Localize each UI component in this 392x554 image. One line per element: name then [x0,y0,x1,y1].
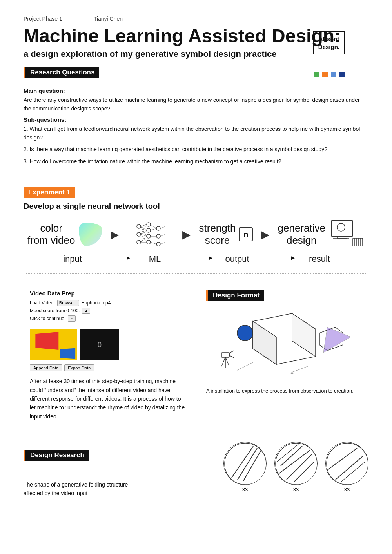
experiment1-title: Develop a single neural network tool [24,202,368,211]
svg-rect-61 [275,442,318,485]
svg-rect-35 [353,238,363,246]
click-continue-row: Click to continue: ↑ [30,315,186,322]
svg-line-15 [141,226,147,230]
flow-step-strength: strengthscore n [199,222,253,246]
svg-point-9 [147,234,151,238]
circles-row: 33 [223,442,368,492]
flow-step-color: colorfrom video [27,222,102,246]
svg-line-30 [160,242,165,244]
svg-point-7 [147,223,151,226]
svg-rect-0 [314,72,319,77]
flow-ml-label: ML [129,254,180,264]
experiment1-header: Experiment 1 [24,187,75,198]
research-questions-block: Main question: Are there any constructiv… [24,87,368,166]
circle-item-1: 33 [223,442,267,492]
video-data-prep-panel: Video Data Prep Load Video: Browse... Eu… [24,284,192,430]
color-dots [314,72,345,77]
top-meta: Project Phase 1 Tianyi Chen [24,16,368,22]
svg-rect-31 [331,221,353,236]
svg-point-34 [337,223,345,231]
generative-design-icon [329,219,365,250]
circle-item-2: 33 [274,442,318,492]
zero-value: 0 [98,341,102,349]
continue-button[interactable]: ↑ [68,315,76,322]
flow-result-label: result [294,254,345,264]
divider-2 [24,273,368,274]
mood-score-row: Mood score from 0-100: ▲ [30,308,186,314]
svg-line-48 [221,357,225,366]
svg-rect-55 [224,442,267,485]
main-question-label: Main question: [24,87,368,94]
video-caption: After at lease 30 times of this step-by-… [30,377,186,421]
arrow-3-icon: ▶ [261,228,270,241]
svg-line-17 [141,224,147,234]
orange-dot-icon [322,72,328,77]
svg-point-11 [156,226,160,230]
arrow-line-3 [267,259,290,259]
logo-line2: Design. [318,43,339,50]
author-label: Tianyi Chen [94,16,123,22]
svg-line-26 [151,236,156,242]
svg-rect-46 [221,353,229,357]
video-thumb-yellow [30,329,77,360]
sub-question-2: 2. Is there a way that machine learning … [24,145,368,154]
svg-rect-1 [322,72,328,77]
two-column-section: Video Data Prep Load Video: Browse... Eu… [24,284,368,430]
svg-line-52 [292,366,308,372]
flow-label-strength: strengthscore [199,222,236,246]
sub-questions-label: Sub-questions: [24,116,368,123]
svg-line-18 [141,230,147,234]
svg-marker-47 [229,351,234,358]
arrow-line-2 [184,259,208,259]
flow-step-generative: generativedesign [278,219,365,250]
circle-label-3: 33 [344,487,350,492]
sub-question-1: 1. What can I get from a feedforward neu… [24,125,368,142]
svg-line-27 [151,242,156,244]
flow-label-generative: generativedesign [278,222,325,246]
blue-dot1-icon [331,72,336,77]
flow-bottom: input ML output result [24,254,368,264]
arrow-line-1 [102,259,125,259]
video-thumb-black: 0 [80,329,119,360]
divider-1 [24,177,368,177]
svg-line-20 [141,234,147,242]
main-question-text: Are there any constructive ways to utili… [24,96,368,113]
browse-button[interactable]: Browse... [57,300,79,306]
svg-point-10 [147,240,151,244]
circle-label-2: 33 [293,487,299,492]
svg-rect-2 [331,72,336,77]
circle-svg-2 [275,442,318,485]
svg-point-4 [137,224,141,228]
research-questions-header-row: Research Questions [24,67,368,82]
circle-image-2 [274,442,318,485]
circle-item-3: 33 [325,442,368,492]
sub-question-3: 3. How do I overcome the imitation natur… [24,157,368,166]
svg-rect-3 [339,72,345,77]
file-name-label: Euphoria.mp4 [82,300,111,306]
design-research-left: Design Research The shape of a generativ… [24,450,223,501]
3d-boxes-illustration [214,306,355,384]
svg-line-51 [237,362,253,370]
design-research-header: Design Research [24,450,89,461]
yellow-shape [35,332,58,350]
svg-point-6 [137,240,141,244]
append-data-button[interactable]: Append Data [30,364,62,371]
svg-point-13 [156,242,160,246]
design-format-panel: Design Format [200,284,368,430]
blue-dot2-icon [339,72,345,77]
design-format-caption: A installation to express the process fr… [206,387,362,395]
circle-svg-1 [224,442,267,485]
circle-svg-3 [326,442,368,485]
export-data-button[interactable]: Export Data [64,364,94,371]
svg-line-24 [151,228,156,230]
mood-spinner[interactable]: ▲ [82,308,90,314]
design-format-header: Design Format [206,290,264,301]
green-dot-icon [314,72,319,77]
circle-image-1 [223,442,267,485]
divider-3 [24,440,368,440]
svg-point-8 [147,228,151,232]
mood-label: Mood score from 0-100: [30,308,80,313]
output-n-icon: n [239,227,253,241]
flow-output-label: output [212,254,263,264]
svg-line-21 [141,236,147,242]
